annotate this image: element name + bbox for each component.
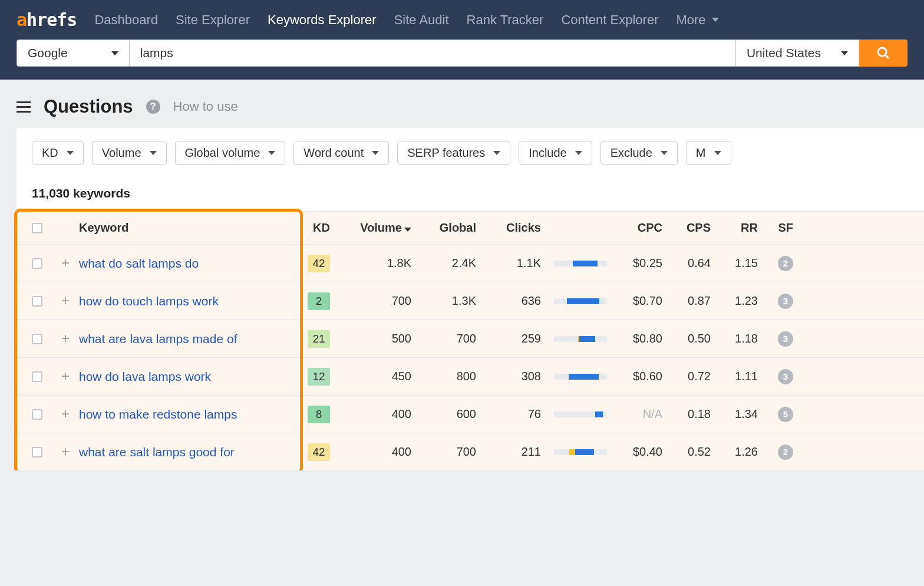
col-rr[interactable]: RR bbox=[719, 221, 766, 235]
col-kd[interactable]: KD bbox=[290, 221, 341, 235]
clicks-bar bbox=[554, 298, 607, 304]
filter-m[interactable]: M bbox=[686, 141, 731, 165]
nav-more[interactable]: More bbox=[676, 12, 718, 28]
cps-value: 0.52 bbox=[671, 445, 719, 459]
country-select[interactable]: United States bbox=[735, 39, 859, 67]
search-engine-select[interactable]: Google bbox=[16, 39, 130, 67]
row-checkbox[interactable] bbox=[32, 409, 42, 420]
keyword-link[interactable]: what are lava lamps made of bbox=[79, 332, 237, 345]
table-row: + what are lava lamps made of 21 500 700… bbox=[16, 320, 924, 357]
filter-volume[interactable]: Volume bbox=[92, 141, 167, 165]
nav-keywords-explorer[interactable]: Keywords Explorer bbox=[268, 12, 377, 28]
nav-site-explorer[interactable]: Site Explorer bbox=[176, 12, 250, 28]
filter-word-count[interactable]: Word count bbox=[293, 141, 389, 165]
cpc-value: N/A bbox=[616, 407, 671, 421]
expand-icon[interactable]: + bbox=[59, 332, 72, 345]
clicks-value: 308 bbox=[488, 370, 554, 383]
volume-value: 500 bbox=[341, 332, 423, 345]
col-volume[interactable]: Volume bbox=[341, 221, 423, 235]
volume-value: 1.8K bbox=[341, 256, 423, 270]
expand-icon[interactable]: + bbox=[59, 446, 72, 459]
nav-rank-tracker[interactable]: Rank Tracker bbox=[467, 12, 544, 28]
clicks-value: 1.1K bbox=[488, 256, 554, 270]
filter-include[interactable]: Include bbox=[519, 141, 592, 165]
nav-content-explorer[interactable]: Content Explorer bbox=[561, 12, 658, 28]
keyword-input[interactable] bbox=[130, 39, 735, 67]
kd-badge: 8 bbox=[308, 406, 330, 423]
keyword-link[interactable]: what are salt lamps good for bbox=[79, 445, 235, 459]
rr-value: 1.23 bbox=[719, 294, 766, 308]
global-value: 600 bbox=[423, 407, 488, 421]
keyword-link[interactable]: how do touch lamps work bbox=[79, 294, 219, 308]
sf-badge[interactable]: 3 bbox=[778, 331, 793, 347]
col-cpc[interactable]: CPC bbox=[616, 221, 671, 235]
how-to-use-link[interactable]: How to use bbox=[173, 99, 238, 114]
sf-badge[interactable]: 3 bbox=[778, 294, 793, 309]
kd-badge: 21 bbox=[308, 330, 330, 348]
filters-row: KDVolumeGlobal volumeWord countSERP feat… bbox=[16, 128, 924, 178]
kd-badge: 12 bbox=[308, 368, 330, 386]
volume-value: 450 bbox=[341, 370, 423, 383]
search-button[interactable] bbox=[859, 39, 908, 67]
svg-point-0 bbox=[878, 48, 886, 56]
rr-value: 1.34 bbox=[719, 407, 766, 421]
row-checkbox[interactable] bbox=[32, 296, 42, 307]
cpc-value: $0.25 bbox=[616, 256, 671, 270]
col-keyword[interactable]: Keyword bbox=[79, 213, 290, 243]
filter-exclude[interactable]: Exclude bbox=[600, 141, 678, 165]
row-checkbox[interactable] bbox=[32, 371, 42, 382]
sort-desc-icon bbox=[404, 228, 411, 232]
search-bar: Google United States bbox=[0, 39, 924, 80]
cps-value: 0.87 bbox=[671, 294, 719, 308]
row-checkbox[interactable] bbox=[32, 334, 42, 344]
sf-badge[interactable]: 3 bbox=[778, 369, 793, 384]
expand-icon[interactable]: + bbox=[59, 295, 72, 308]
menu-icon[interactable] bbox=[16, 98, 31, 116]
kd-badge: 42 bbox=[308, 255, 330, 272]
top-nav: ahrefs DashboardSite ExplorerKeywords Ex… bbox=[0, 0, 924, 39]
row-checkbox[interactable] bbox=[32, 447, 42, 457]
col-global[interactable]: Global bbox=[423, 221, 488, 235]
cpc-value: $0.70 bbox=[616, 294, 671, 308]
col-cps[interactable]: CPS bbox=[671, 221, 719, 235]
expand-icon[interactable]: + bbox=[59, 370, 72, 383]
chevron-down-icon bbox=[111, 51, 118, 55]
clicks-bar bbox=[554, 261, 607, 266]
results-card: KDVolumeGlobal volumeWord countSERP feat… bbox=[16, 128, 924, 470]
sf-badge[interactable]: 2 bbox=[778, 445, 793, 460]
filter-serp-features[interactable]: SERP features bbox=[397, 141, 510, 165]
col-sf[interactable]: SF bbox=[766, 221, 799, 235]
keyword-link[interactable]: how to make redstone lamps bbox=[79, 407, 237, 421]
clicks-value: 636 bbox=[488, 294, 554, 308]
global-value: 700 bbox=[423, 445, 488, 459]
select-all-checkbox[interactable] bbox=[32, 223, 42, 233]
table-row: + what do salt lamps do 42 1.8K 2.4K 1.1… bbox=[16, 244, 924, 282]
page-title: Questions bbox=[44, 96, 133, 117]
search-engine-label: Google bbox=[28, 46, 68, 60]
help-icon[interactable]: ? bbox=[146, 100, 160, 114]
filter-global-volume[interactable]: Global volume bbox=[175, 141, 286, 165]
keyword-link[interactable]: what do salt lamps do bbox=[79, 256, 199, 270]
search-icon bbox=[876, 46, 890, 60]
rr-value: 1.18 bbox=[719, 332, 766, 345]
row-checkbox[interactable] bbox=[32, 258, 42, 269]
chevron-down-icon bbox=[372, 151, 379, 155]
col-clicks[interactable]: Clicks bbox=[488, 221, 554, 235]
nav-site-audit[interactable]: Site Audit bbox=[394, 12, 449, 28]
expand-icon[interactable]: + bbox=[59, 408, 72, 421]
rr-value: 1.26 bbox=[719, 445, 766, 459]
svg-line-1 bbox=[885, 55, 889, 58]
nav-dashboard[interactable]: Dashboard bbox=[94, 12, 158, 28]
sf-badge[interactable]: 5 bbox=[778, 407, 793, 422]
expand-icon[interactable]: + bbox=[59, 257, 72, 270]
filter-kd[interactable]: KD bbox=[32, 141, 84, 165]
cpc-value: $0.60 bbox=[616, 370, 671, 383]
keyword-link[interactable]: how do lava lamps work bbox=[79, 370, 211, 383]
table-row: + how do lava lamps work 12 450 800 308 … bbox=[16, 357, 924, 395]
sf-badge[interactable]: 2 bbox=[778, 256, 793, 271]
chevron-down-icon bbox=[712, 18, 719, 22]
chevron-down-icon bbox=[67, 151, 74, 155]
chevron-down-icon bbox=[714, 151, 721, 155]
logo[interactable]: ahrefs bbox=[16, 9, 77, 30]
section-header: Questions ? How to use bbox=[0, 80, 924, 128]
